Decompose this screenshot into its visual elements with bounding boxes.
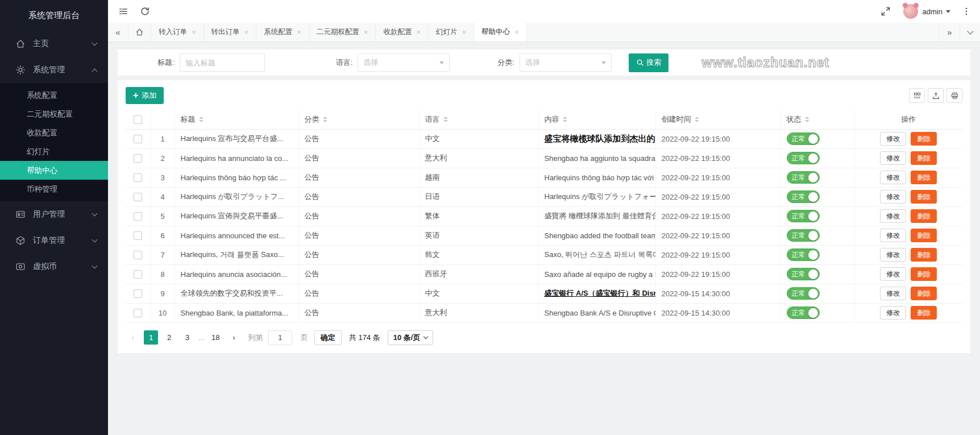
sidebar-item[interactable]: 系统管理 <box>0 57 108 83</box>
sort-icon[interactable] <box>695 117 699 122</box>
status-toggle[interactable]: 正常 <box>787 306 820 319</box>
status-toggle[interactable]: 正常 <box>787 248 820 261</box>
sort-icon[interactable] <box>805 117 809 122</box>
close-icon[interactable]: × <box>462 28 466 36</box>
tab-item[interactable]: 转入订单× <box>151 23 204 42</box>
delete-button[interactable]: 删除 <box>911 190 937 204</box>
print-button[interactable] <box>946 88 962 103</box>
column-header[interactable]: 分类 <box>298 110 419 129</box>
search-button[interactable]: 搜索 <box>629 53 668 72</box>
sidebar-subitem[interactable]: 系统配置 <box>0 86 108 105</box>
tab-item[interactable]: 收款配置× <box>376 23 429 42</box>
delete-button[interactable]: 删除 <box>911 132 937 146</box>
refresh-icon[interactable] <box>140 6 150 16</box>
username[interactable]: admin <box>923 7 942 16</box>
tab-item[interactable]: 转出订单× <box>204 23 257 42</box>
goto-confirm-button[interactable]: 确定 <box>314 330 342 345</box>
row-checkbox[interactable] <box>134 309 142 317</box>
title-filter-input[interactable] <box>180 53 265 72</box>
sort-icon[interactable] <box>443 117 448 122</box>
edit-button[interactable]: 修改 <box>880 287 906 300</box>
page-button[interactable]: 2 <box>162 330 176 345</box>
next-page-button[interactable]: › <box>227 330 241 345</box>
sidebar-subitem[interactable]: 帮助中心 <box>0 161 108 180</box>
tab-item[interactable]: 幻灯片× <box>429 23 474 42</box>
sort-icon[interactable] <box>323 117 327 122</box>
sidebar-toggle-icon[interactable] <box>118 6 128 16</box>
row-checkbox[interactable] <box>134 193 142 201</box>
edit-button[interactable]: 修改 <box>880 248 906 262</box>
page-button[interactable]: 1 <box>144 330 158 345</box>
edit-button[interactable]: 修改 <box>880 267 906 281</box>
tabs-scroll-left-button[interactable]: « <box>108 23 128 42</box>
fullscreen-icon[interactable] <box>881 6 891 16</box>
row-checkbox[interactable] <box>134 173 142 182</box>
sidebar-item[interactable]: 虚拟币 <box>0 254 108 280</box>
sidebar-subitem[interactable]: 二元期权配置 <box>0 105 108 123</box>
status-toggle[interactable]: 正常 <box>787 268 820 280</box>
close-icon[interactable]: × <box>416 28 421 36</box>
edit-button[interactable]: 修改 <box>880 209 906 223</box>
columns-toggle-button[interactable] <box>909 88 925 103</box>
edit-button[interactable]: 修改 <box>880 306 906 320</box>
delete-button[interactable]: 删除 <box>911 267 937 281</box>
sidebar-item[interactable]: 订单管理 <box>0 227 108 254</box>
category-select[interactable]: 选择 <box>520 53 612 72</box>
close-icon[interactable]: × <box>192 28 196 36</box>
sidebar-item[interactable]: 主页 <box>0 31 108 57</box>
close-icon[interactable]: × <box>514 28 519 36</box>
select-all-checkbox[interactable] <box>134 115 142 124</box>
column-header[interactable]: 内容 <box>538 110 655 129</box>
language-select[interactable]: 选择 <box>358 53 450 72</box>
export-button[interactable] <box>928 88 944 103</box>
sort-icon[interactable] <box>199 117 204 122</box>
sort-icon[interactable] <box>563 117 567 122</box>
tab-item[interactable]: 系统配置× <box>256 23 309 42</box>
column-header[interactable]: 语言 <box>419 110 538 129</box>
status-toggle[interactable]: 正常 <box>787 287 820 300</box>
status-toggle[interactable]: 正常 <box>787 229 820 242</box>
tabs-menu-button[interactable] <box>960 23 980 42</box>
delete-button[interactable]: 删除 <box>911 151 937 165</box>
delete-button[interactable]: 删除 <box>911 229 937 242</box>
edit-button[interactable]: 修改 <box>880 171 906 184</box>
status-toggle[interactable]: 正常 <box>787 210 820 222</box>
home-tab[interactable] <box>128 23 151 42</box>
page-size-select[interactable]: 10 条/页 <box>388 330 434 345</box>
column-header[interactable]: 状态 <box>780 110 854 129</box>
row-checkbox[interactable] <box>134 270 142 279</box>
tab-item[interactable]: 帮助中心× <box>474 23 527 42</box>
avatar[interactable] <box>903 4 918 19</box>
column-header[interactable]: 创建时间 <box>655 110 780 129</box>
kebab-menu-icon[interactable] <box>962 7 971 16</box>
status-toggle[interactable]: 正常 <box>787 132 820 145</box>
status-toggle[interactable]: 正常 <box>787 171 820 184</box>
edit-button[interactable]: 修改 <box>880 190 906 204</box>
column-header[interactable]: 标题 <box>175 110 298 129</box>
row-checkbox[interactable] <box>134 135 142 143</box>
delete-button[interactable]: 删除 <box>911 171 937 184</box>
delete-button[interactable]: 删除 <box>911 287 937 300</box>
row-checkbox[interactable] <box>134 154 142 163</box>
row-checkbox[interactable] <box>134 231 142 240</box>
add-button[interactable]: + 添加 <box>126 87 164 104</box>
edit-button[interactable]: 修改 <box>880 132 906 146</box>
sidebar-item[interactable]: 用户管理 <box>0 201 108 227</box>
edit-button[interactable]: 修改 <box>880 151 906 165</box>
delete-button[interactable]: 删除 <box>911 209 937 223</box>
tab-item[interactable]: 二元期权配置× <box>309 23 376 42</box>
sidebar-subitem[interactable]: 幻灯片 <box>0 142 108 161</box>
prev-page-button[interactable]: ‹ <box>126 330 140 345</box>
sidebar-subitem[interactable]: 币种管理 <box>0 180 108 198</box>
row-checkbox[interactable] <box>134 289 142 298</box>
close-icon[interactable]: × <box>364 28 368 36</box>
row-checkbox[interactable] <box>134 212 142 221</box>
page-button[interactable]: 18 <box>209 330 223 345</box>
status-toggle[interactable]: 正常 <box>787 152 820 164</box>
edit-button[interactable]: 修改 <box>880 229 906 242</box>
sidebar-subitem[interactable]: 收款配置 <box>0 123 108 142</box>
close-icon[interactable]: × <box>244 28 249 36</box>
goto-page-input[interactable] <box>268 330 292 345</box>
tabs-scroll-right-button[interactable]: » <box>939 23 960 42</box>
page-button[interactable]: 3 <box>180 330 194 345</box>
